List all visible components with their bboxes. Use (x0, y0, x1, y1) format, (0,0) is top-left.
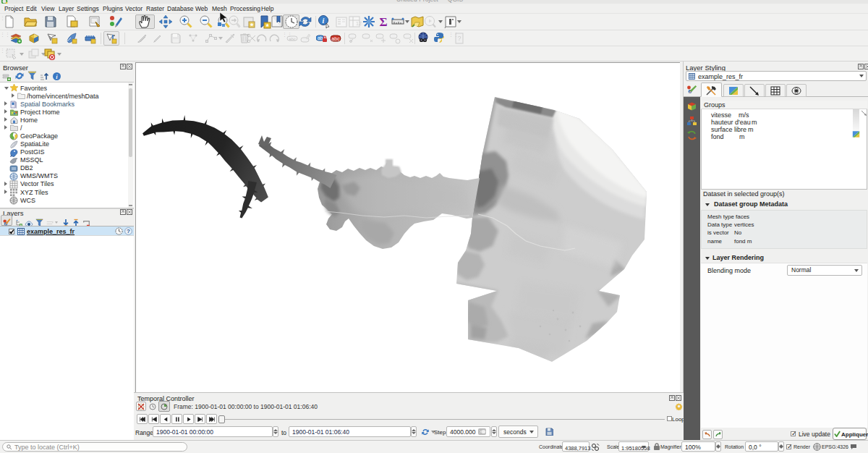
svg-text:abc: abc (331, 36, 340, 41)
svg-text:ab: ab (318, 35, 323, 41)
svg-text:?: ? (127, 228, 130, 234)
svg-text:?: ? (457, 35, 461, 42)
svg-text:i: i (323, 17, 325, 25)
svg-text:abc: abc (289, 37, 296, 41)
svg-text:12: 12 (356, 21, 362, 26)
svg-text:Σ: Σ (379, 15, 387, 29)
